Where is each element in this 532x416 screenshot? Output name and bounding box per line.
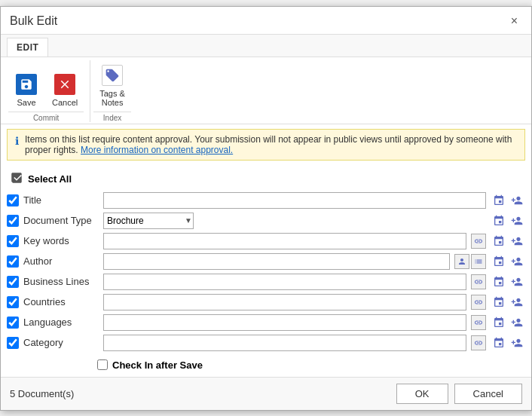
languages-network-btn2[interactable] <box>509 314 525 331</box>
author-person-btn[interactable] <box>454 254 469 269</box>
category-network-btn1[interactable] <box>491 335 507 351</box>
ribbon-buttons-commit: Save Cancel <box>8 69 84 110</box>
category-link-btn[interactable] <box>471 335 486 350</box>
business-network-btn2[interactable] <box>509 274 525 290</box>
title-input[interactable] <box>103 192 486 209</box>
author-list-btn[interactable] <box>471 254 486 269</box>
cancel-button[interactable]: Cancel <box>46 69 84 110</box>
doctype-network-btn2[interactable] <box>509 213 525 229</box>
keywords-right-icons <box>491 233 525 249</box>
select-all-label: Select All <box>28 173 72 185</box>
languages-right-icons <box>491 314 525 331</box>
checkin-row: Check In after Save <box>7 355 525 374</box>
author-checkbox[interactable] <box>7 255 19 268</box>
ribbon-separator <box>90 60 90 122</box>
author-label: Author <box>23 255 99 267</box>
countries-label: Countries <box>23 296 99 307</box>
business-link-btn[interactable] <box>471 274 486 289</box>
keywords-link-btn[interactable] <box>471 234 486 249</box>
keywords-network-btn2[interactable] <box>509 233 525 249</box>
category-right-icons <box>491 335 525 351</box>
countries-network-btn2[interactable] <box>509 294 525 310</box>
countries-input[interactable] <box>103 294 466 310</box>
tags-notes-button[interactable]: Tags &Notes <box>93 60 131 110</box>
ribbon-commit-label: Commit <box>8 112 84 122</box>
doctype-checkbox[interactable] <box>7 215 19 227</box>
business-input[interactable] <box>103 274 466 290</box>
cancel-icon <box>53 72 77 96</box>
title-network-btn2[interactable] <box>509 192 525 209</box>
languages-actions <box>471 315 486 330</box>
author-input[interactable] <box>103 253 450 270</box>
keywords-network-btn1[interactable] <box>491 233 507 249</box>
category-checkbox[interactable] <box>7 337 19 349</box>
cancel-icon-inner <box>54 74 75 95</box>
languages-link-btn[interactable] <box>471 315 486 330</box>
ribbon-index-group: Tags &Notes Index <box>93 60 131 122</box>
info-banner: ℹ Items on this list require content app… <box>7 129 525 161</box>
languages-network-btn1[interactable] <box>491 314 507 331</box>
countries-link-btn[interactable] <box>471 295 486 310</box>
title-checkbox[interactable] <box>7 194 19 206</box>
save-icon-inner <box>16 74 37 95</box>
doctype-label: Document Type <box>23 215 99 226</box>
languages-input[interactable] <box>103 314 466 331</box>
doctype-network-btn1[interactable] <box>491 213 507 229</box>
languages-label: Languages <box>23 317 99 328</box>
info-icon: ℹ <box>15 135 19 147</box>
author-right-icons <box>491 253 525 270</box>
tags-icon <box>100 63 124 87</box>
countries-network-btn1[interactable] <box>491 294 507 310</box>
info-text: Items on this list require content appro… <box>25 134 517 155</box>
field-row-keywords: Key words <box>7 233 525 249</box>
business-right-icons <box>491 274 525 290</box>
form-area: Select All Title Document Type <box>1 165 531 377</box>
countries-checkbox[interactable] <box>7 296 19 308</box>
keywords-label: Key words <box>23 235 99 246</box>
keywords-actions <box>471 234 486 249</box>
keywords-checkbox[interactable] <box>7 235 19 247</box>
info-link[interactable]: More information on content approval. <box>81 145 233 155</box>
category-label: Category <box>23 337 99 348</box>
ribbon-index-label: Index <box>93 112 131 122</box>
tags-label: Tags &Notes <box>99 89 125 107</box>
countries-right-icons <box>491 294 525 310</box>
close-button[interactable]: × <box>506 13 522 29</box>
field-row-title: Title <box>7 192 525 209</box>
field-row-author: Author <box>7 253 525 270</box>
author-network-btn1[interactable] <box>491 253 507 270</box>
field-row-category: Category <box>7 335 525 351</box>
business-network-btn1[interactable] <box>491 274 507 290</box>
author-actions <box>454 254 486 269</box>
ribbon: Save Cancel Commit <box>1 57 531 124</box>
field-row-doctype: Document Type Brochure Report Manual Gui… <box>7 213 525 229</box>
business-checkbox[interactable] <box>7 276 19 288</box>
save-icon <box>14 72 38 96</box>
doctype-wrapper: Brochure Report Manual Guide ▼ <box>103 213 486 229</box>
doctype-select[interactable]: Brochure Report Manual Guide <box>103 213 194 229</box>
field-row-languages: Languages <box>7 314 525 331</box>
doctype-select-wrapper: Brochure Report Manual Guide ▼ <box>103 213 194 229</box>
save-button[interactable]: Save <box>8 69 44 110</box>
business-label: Business Lines <box>23 276 99 287</box>
field-row-countries: Countries <box>7 294 525 310</box>
tab-edit[interactable]: EDIT <box>7 38 48 57</box>
select-all-icon <box>10 171 23 188</box>
select-all-row: Select All <box>7 168 525 192</box>
title-network-btn1[interactable] <box>491 192 507 209</box>
ribbon-buttons-index: Tags &Notes <box>93 60 131 110</box>
checkin-checkbox[interactable] <box>97 359 108 370</box>
footer: 5 Document(s) OK Cancel <box>1 377 531 410</box>
keywords-input[interactable] <box>103 233 466 249</box>
category-input[interactable] <box>103 335 466 351</box>
ok-button[interactable]: OK <box>396 384 448 404</box>
author-network-btn2[interactable] <box>509 253 525 270</box>
countries-actions <box>471 295 486 310</box>
languages-checkbox[interactable] <box>7 317 19 329</box>
category-network-btn2[interactable] <box>509 335 525 351</box>
bulk-edit-dialog: Bulk Edit × EDIT Save <box>0 6 532 411</box>
footer-cancel-button[interactable]: Cancel <box>454 384 522 404</box>
doctype-right-icons <box>491 213 525 229</box>
checkin-label: Check In after Save <box>112 359 203 371</box>
doc-count: 5 Document(s) <box>10 388 74 399</box>
